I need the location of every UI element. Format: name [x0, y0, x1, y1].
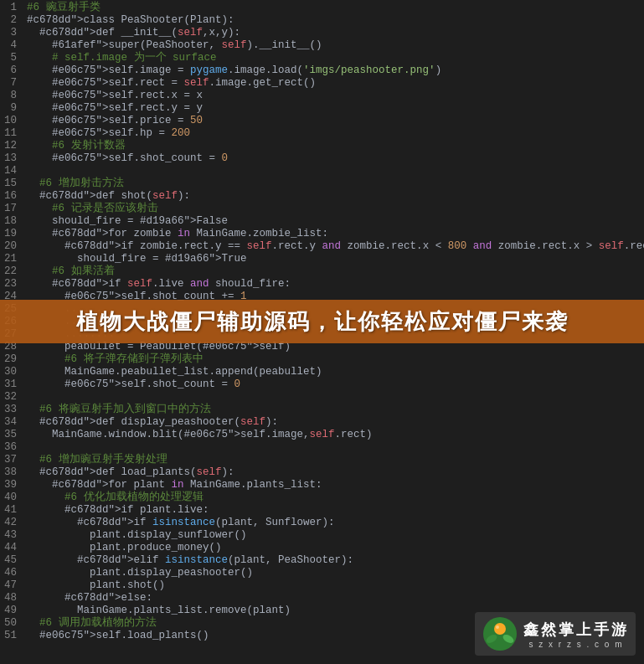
- code-line: 47 plant.shot(): [0, 579, 644, 592]
- line-content: #e06c75">self.shot_count = 0: [23, 378, 644, 391]
- svg-point-4: [496, 625, 499, 629]
- line-content: [23, 441, 644, 454]
- line-number: 29: [0, 353, 23, 366]
- code-line: 6 #e06c75">self.image = pygame.image.loa…: [0, 64, 644, 77]
- code-line: 29 #6 将子弹存储到子弹列表中: [0, 353, 644, 366]
- line-number: 39: [0, 479, 23, 492]
- line-content: MainGame.peabullet_list.append(peabullet…: [23, 366, 644, 378]
- line-number: 1: [0, 2, 23, 14]
- code-line: 7 #e06c75">self.rect = self.image.get_re…: [0, 77, 644, 90]
- code-line: 18 should_fire = #d19a66">False: [0, 215, 644, 228]
- line-number: 45: [0, 554, 23, 567]
- line-content: #e06c75">self.rect = self.image.get_rect…: [23, 77, 644, 90]
- code-line: 16 #c678dd">def shot(self):: [0, 190, 644, 203]
- code-line: 5 # self.image 为一个 surface: [0, 52, 644, 64]
- line-number: 15: [0, 178, 23, 190]
- code-line: 35 MainGame.window.blit(#e06c75">self.im…: [0, 429, 644, 441]
- line-number: 32: [0, 391, 23, 404]
- code-line: 23 #c678dd">if self.live and should_fire…: [0, 278, 644, 291]
- code-line: 34 #c678dd">def display_peashooter(self)…: [0, 416, 644, 429]
- code-line: 4 #61afef">super(PeaShooter, self).__ini…: [0, 39, 644, 52]
- code-line: 17 #6 记录是否应该射击: [0, 203, 644, 215]
- line-content: #c678dd">else:: [23, 592, 644, 605]
- code-line: 43 plant.display_sunflower(): [0, 529, 644, 542]
- code-line: 9 #e06c75">self.rect.y = y: [0, 102, 644, 115]
- line-content: should_fire = #d19a66">False: [23, 215, 644, 228]
- line-content: [23, 391, 644, 404]
- line-content: #6 将子弹存储到子弹列表中: [23, 353, 644, 366]
- line-number: 42: [0, 517, 23, 529]
- line-number: 5: [0, 52, 23, 64]
- line-number: 16: [0, 190, 23, 203]
- line-number: 35: [0, 429, 23, 441]
- line-number: 41: [0, 504, 23, 517]
- code-line: 42 #c678dd">if isinstance(plant, Sunflow…: [0, 517, 644, 529]
- line-content: #c678dd">if plant.live:: [23, 504, 644, 517]
- line-content: MainGame.window.blit(#e06c75">self.image…: [23, 429, 644, 441]
- line-number: 14: [0, 165, 23, 178]
- line-number: 18: [0, 215, 23, 228]
- line-number: 43: [0, 529, 23, 542]
- code-line: 32: [0, 391, 644, 404]
- line-number: 40: [0, 492, 23, 504]
- line-content: plant.shot(): [23, 579, 644, 592]
- line-content: #6 豌豆射手类: [23, 2, 644, 14]
- line-content: #c678dd">for plant in MainGame.plants_li…: [23, 479, 644, 492]
- logo-text: 鑫然掌上手游 s z x r z s . c o m: [523, 620, 629, 649]
- line-number: 4: [0, 39, 23, 52]
- logo-area: 鑫然掌上手游 s z x r z s . c o m: [475, 612, 636, 656]
- code-line: 8 #e06c75">self.rect.x = x: [0, 90, 644, 102]
- line-number: 12: [0, 140, 23, 152]
- line-number: 7: [0, 77, 23, 90]
- line-number: 51: [0, 630, 23, 642]
- line-content: #c678dd">for zombie in MainGame.zombie_l…: [23, 228, 644, 240]
- code-line: 30 MainGame.peabullet_list.append(peabul…: [0, 366, 644, 378]
- line-number: 31: [0, 378, 23, 391]
- code-line: 3 #c678dd">def __init__(self,x,y):: [0, 27, 644, 39]
- line-content: #c678dd">def shot(self):: [23, 190, 644, 203]
- line-content: #c678dd">if zombie.rect.y == self.rect.y…: [23, 240, 644, 253]
- banner-text: 植物大战僵尸辅助源码，让你轻松应对僵尸来袭: [76, 307, 569, 337]
- svg-point-1: [494, 623, 506, 635]
- line-content: #c678dd">if self.live and should_fire:: [23, 278, 644, 291]
- line-number: 49: [0, 605, 23, 617]
- code-line: 33 #6 将豌豆射手加入到窗口中的方法: [0, 404, 644, 416]
- code-line: 36: [0, 441, 644, 454]
- code-line: 21 should_fire = #d19a66">True: [0, 253, 644, 265]
- line-content: #e06c75">self.rect.y = y: [23, 102, 644, 115]
- line-content: #6 优化加载植物的处理逻辑: [23, 492, 644, 504]
- line-number: 21: [0, 253, 23, 265]
- line-content: #c678dd">def load_plants(self):: [23, 466, 644, 479]
- code-line: 39 #c678dd">for plant in MainGame.plants…: [0, 479, 644, 492]
- code-line: 38 #c678dd">def load_plants(self):: [0, 466, 644, 479]
- line-number: 38: [0, 466, 23, 479]
- line-content: #6 如果活着: [23, 265, 644, 278]
- line-content: #6 记录是否应该射击: [23, 203, 644, 215]
- line-number: 36: [0, 441, 23, 454]
- line-content: plant.display_sunflower(): [23, 529, 644, 542]
- line-content: #61afef">super(PeaShooter, self).__init_…: [23, 39, 644, 52]
- line-content: #6 增加豌豆射手发射处理: [23, 454, 644, 466]
- line-content: plant.produce_money(): [23, 542, 644, 554]
- line-content: #e06c75">self.rect.x = x: [23, 90, 644, 102]
- code-line: 45 #c678dd">elif isinstance(plant, PeaSh…: [0, 554, 644, 567]
- code-line: 22 #6 如果活着: [0, 265, 644, 278]
- line-content: #c678dd">def __init__(self,x,y):: [23, 27, 644, 39]
- line-content: #e06c75">self.image = pygame.image.load(…: [23, 64, 644, 77]
- line-number: 46: [0, 567, 23, 579]
- line-content: #c678dd">class PeaShooter(Plant):: [23, 14, 644, 27]
- code-line: 13 #e06c75">self.shot_count = 0: [0, 152, 644, 165]
- line-number: 9: [0, 102, 23, 115]
- line-number: 44: [0, 542, 23, 554]
- code-line: 14: [0, 165, 644, 178]
- line-number: 13: [0, 152, 23, 165]
- logo-icon: [482, 615, 518, 652]
- line-content: #6 将豌豆射手加入到窗口中的方法: [23, 404, 644, 416]
- code-line: 1#6 豌豆射手类: [0, 2, 644, 14]
- line-number: 8: [0, 90, 23, 102]
- code-line: 15 #6 增加射击方法: [0, 178, 644, 190]
- code-line: 12 #6 发射计数器: [0, 140, 644, 152]
- line-content: #e06c75">self.price = 50: [23, 115, 644, 127]
- line-number: 48: [0, 592, 23, 605]
- line-content: # self.image 为一个 surface: [23, 52, 644, 64]
